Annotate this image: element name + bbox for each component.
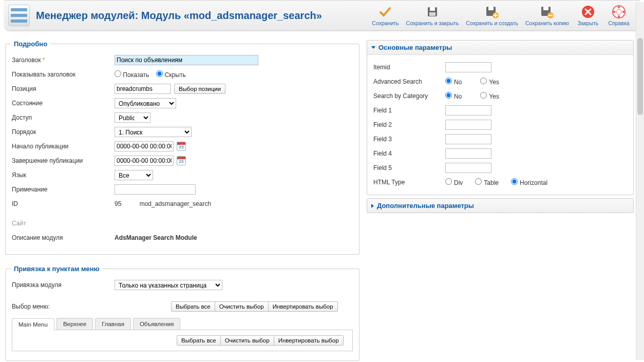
f5-label: Field 5 xyxy=(373,164,445,172)
scrollbar-thumb[interactable] xyxy=(637,38,643,115)
pubstart-label: Начало публикации xyxy=(12,143,115,150)
tab-main-menu[interactable]: Main Menu xyxy=(12,318,54,330)
select-all-button[interactable]: Выбрать все xyxy=(171,301,215,312)
ordering-label: Порядок xyxy=(12,128,115,136)
title-label: Заголовок xyxy=(12,56,115,64)
state-select[interactable]: Опубликовано xyxy=(115,98,176,108)
id-value: 95 xyxy=(115,200,121,207)
toolbar-actions: Сохранить Сохранить и закрыть Сохранить … xyxy=(369,3,634,28)
showtitle-show-radio[interactable] xyxy=(115,70,121,77)
menu-assignment-panel: Привязка к пунктам меню Привязка модуля … xyxy=(5,265,359,361)
chevron-down-icon xyxy=(371,46,375,49)
scrollbar[interactable] xyxy=(636,2,644,360)
save-button[interactable]: Сохранить и закрыть xyxy=(403,3,462,28)
f5-input[interactable] xyxy=(445,163,491,173)
basic-params-section: Основные параметры Itemid Advanced Searc… xyxy=(367,40,634,195)
menu-assignment-legend: Привязка к пунктам меню xyxy=(11,265,103,273)
pubstart-input[interactable] xyxy=(115,141,174,151)
itemid-input[interactable] xyxy=(445,62,491,72)
help-icon xyxy=(612,5,626,19)
note-input[interactable] xyxy=(115,184,196,195)
cat-no-radio[interactable] xyxy=(445,92,452,99)
save-new-icon xyxy=(485,5,499,19)
pubend-input[interactable] xyxy=(115,156,174,166)
f3-label: Field 3 xyxy=(373,136,445,143)
svg-rect-7 xyxy=(543,7,548,10)
f2-label: Field 2 xyxy=(373,121,445,128)
tab-invert-button[interactable]: Инвертировать выбор xyxy=(274,335,344,346)
language-label: Язык xyxy=(12,172,115,179)
itemid-label: Itemid xyxy=(373,64,445,71)
svg-rect-4 xyxy=(488,7,494,10)
access-label: Доступ xyxy=(12,114,115,121)
basic-params-header[interactable]: Основные параметры xyxy=(367,41,633,55)
html-table-radio[interactable] xyxy=(475,178,482,185)
pubend-label: Завершение публикации xyxy=(12,157,115,164)
position-label: Позиция xyxy=(12,85,115,92)
cat-label: Search by Category xyxy=(373,92,445,100)
desc-label: Описание модуля xyxy=(12,234,115,241)
svg-point-11 xyxy=(616,9,621,14)
f4-input[interactable] xyxy=(445,148,491,159)
position-input[interactable] xyxy=(115,84,171,94)
ordering-select[interactable]: 1. Поиск xyxy=(115,127,192,137)
f4-label: Field 4 xyxy=(373,150,445,157)
access-select[interactable]: Public xyxy=(115,112,150,123)
assignment-select[interactable]: Только на указанных страницах xyxy=(115,280,222,290)
tab-clear-button[interactable]: Очистить выбор xyxy=(220,335,274,346)
tab-content: Выбрать все Очистить выбор Инвертировать… xyxy=(12,330,353,351)
svg-rect-1 xyxy=(430,7,435,11)
apply-button[interactable]: Сохранить xyxy=(369,3,402,28)
svg-rect-2 xyxy=(429,12,435,16)
details-panel: Подробно Заголовок Показывать заголовок … xyxy=(5,40,359,255)
calendar-icon[interactable] xyxy=(177,156,186,165)
assignment-label: Привязка модуля xyxy=(12,281,115,289)
f2-input[interactable] xyxy=(445,120,491,130)
cancel-button[interactable]: Закрыть xyxy=(573,3,603,28)
html-horizontal-radio[interactable] xyxy=(511,178,518,185)
f1-input[interactable] xyxy=(445,105,491,116)
f3-input[interactable] xyxy=(445,134,491,144)
module-manager-icon xyxy=(8,5,30,26)
tab-top[interactable]: Верхнее xyxy=(56,318,93,330)
page-title: Менеджер модулей: Модуль «mod_adsmanager… xyxy=(36,10,322,22)
cancel-icon xyxy=(581,5,595,19)
apply-icon xyxy=(378,5,392,19)
cat-yes-radio[interactable] xyxy=(480,92,487,99)
menu-select-label: Выбор меню: xyxy=(12,303,115,310)
calendar-icon[interactable] xyxy=(177,142,186,151)
f1-label: Field 1 xyxy=(373,107,445,114)
toolbar: Менеджер модулей: Модуль «mod_adsmanager… xyxy=(4,0,640,31)
title-input[interactable] xyxy=(115,55,258,65)
tab-ads[interactable]: Объявления xyxy=(133,318,181,330)
chevron-right-icon xyxy=(371,204,374,208)
site-label: Сайт xyxy=(12,220,115,227)
clear-selection-button[interactable]: Очистить выбор xyxy=(215,301,269,312)
showtitle-label: Показывать заголовок xyxy=(12,71,115,78)
save-icon xyxy=(425,5,440,19)
adv-no-radio[interactable] xyxy=(445,78,452,84)
tab-select-all-button[interactable]: Выбрать все xyxy=(177,335,221,346)
save-copy-icon xyxy=(540,5,554,19)
html-label: HTML Type xyxy=(373,179,445,186)
id-label: ID xyxy=(12,200,115,207)
showtitle-hide-radio[interactable] xyxy=(156,70,163,77)
state-label: Состояние xyxy=(12,100,115,107)
save-new-button[interactable]: Сохранить и создать xyxy=(463,3,521,28)
adv-yes-radio[interactable] xyxy=(480,78,487,84)
position-picker-button[interactable]: Выбор позиции xyxy=(174,84,225,94)
menu-tabs: Main Menu Верхнее Главная Объявления xyxy=(12,318,353,330)
advanced-params-header[interactable]: Дополнительные параметры xyxy=(367,199,633,213)
adv-label: Advanced Search xyxy=(373,78,445,85)
details-legend: Подробно xyxy=(11,40,50,48)
html-div-radio[interactable] xyxy=(445,178,452,185)
note-label: Примечание xyxy=(12,186,115,193)
tab-main[interactable]: Главная xyxy=(95,318,131,330)
language-select[interactable]: Все xyxy=(115,170,153,180)
advanced-params-section: Дополнительные параметры xyxy=(367,198,634,213)
save-copy-button[interactable]: Сохранить копию xyxy=(522,3,572,28)
desc-value: AdsManager Search Module xyxy=(115,234,197,241)
invert-selection-button[interactable]: Инвертировать выбор xyxy=(268,301,338,312)
module-name: mod_adsmanager_search xyxy=(140,200,211,207)
help-button[interactable]: Справка xyxy=(604,3,634,28)
